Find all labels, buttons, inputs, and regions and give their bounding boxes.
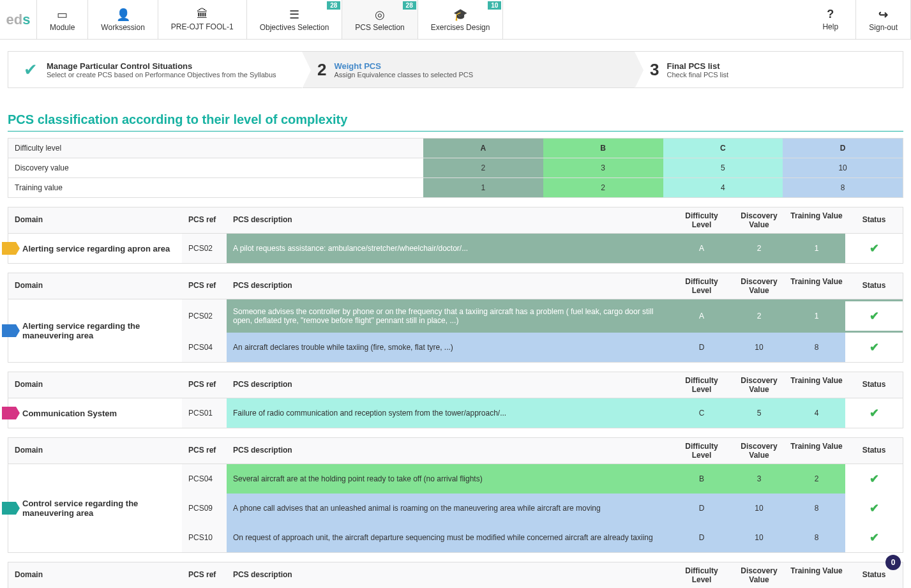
book-icon: ▭ bbox=[57, 8, 68, 22]
pcs-row[interactable]: PCS04An aircraft declares trouble while … bbox=[182, 333, 903, 362]
col-desc: PCS description bbox=[227, 438, 673, 464]
pcs-row[interactable]: PCS09A phone call advises that an unleas… bbox=[182, 494, 903, 523]
nav-label: PCS Selection bbox=[355, 23, 404, 32]
wizard-step-subtitle: Assign Equivalence classes to selected P… bbox=[334, 71, 473, 79]
col-lvl: Difficulty Level bbox=[673, 562, 730, 588]
pcs-row[interactable]: PCS02A pilot requests assistance: ambula… bbox=[182, 234, 903, 263]
nav-label: Sign-out bbox=[869, 23, 898, 32]
flag-icon bbox=[2, 324, 19, 337]
pcs-row[interactable]: PCS04Several aircraft are at the holding… bbox=[182, 464, 903, 494]
pcs-ref-cell: PCS04 bbox=[182, 464, 227, 494]
nav-label: Module bbox=[50, 23, 75, 32]
check-icon: ✔ bbox=[870, 502, 879, 515]
wizard-steps: ✔Manage Particular Control SituationsSel… bbox=[8, 51, 903, 88]
wizard-step-2[interactable]: 2Weight PCSAssign Equivalence classes to… bbox=[302, 52, 635, 87]
pcs-row[interactable]: PCS01Failure of radio communication and … bbox=[182, 398, 903, 428]
person-icon: 👤 bbox=[116, 8, 130, 22]
col-domain: Domain bbox=[8, 372, 182, 398]
pcs-status-cell: ✔ bbox=[845, 464, 903, 494]
col-dv: Discovery Value bbox=[730, 207, 788, 233]
nav-help[interactable]: ?Help bbox=[805, 0, 856, 39]
col-ref: PCS ref bbox=[182, 273, 227, 299]
col-dv: Discovery Value bbox=[730, 273, 788, 299]
pcs-domain-block: DomainPCS refPCS descriptionDifficulty L… bbox=[8, 562, 903, 588]
nav-pcs-selection[interactable]: ◎PCS Selection28 bbox=[342, 0, 418, 39]
pcs-desc-cell: Failure of radio communication and recep… bbox=[227, 401, 673, 425]
section-title-rule bbox=[8, 131, 903, 132]
pcs-discovery-cell: 3 bbox=[730, 467, 788, 491]
summary-row: Discovery value23510 bbox=[8, 158, 903, 178]
nav-sign-out[interactable]: ↪Sign-out bbox=[856, 0, 911, 39]
col-tv: Training Value bbox=[788, 438, 845, 464]
nav-badge: 28 bbox=[327, 1, 340, 10]
domain-label: Alerting service regarding apron area bbox=[22, 244, 170, 253]
summary-value-cell: 4 bbox=[663, 178, 783, 197]
pcs-discovery-cell: 10 bbox=[730, 335, 788, 359]
flag-icon bbox=[2, 407, 19, 419]
pcs-status-cell: ✔ bbox=[845, 398, 903, 428]
pcs-desc-cell: A pilot requests assistance: ambulance/s… bbox=[227, 236, 673, 260]
pcs-level-cell: B bbox=[673, 467, 730, 491]
pcs-training-cell: 8 bbox=[788, 335, 845, 359]
complexity-summary-table: Difficulty levelABCDDiscovery value23510… bbox=[8, 138, 903, 198]
pcs-discovery-cell: 10 bbox=[730, 525, 788, 550]
pcs-level-cell: D bbox=[673, 335, 730, 359]
col-domain: Domain bbox=[8, 438, 182, 464]
pcs-row[interactable]: PCS10On request of approach unit, the ai… bbox=[182, 523, 903, 552]
nav-badge: 10 bbox=[488, 1, 501, 10]
nav-badge: 28 bbox=[403, 1, 416, 10]
pcs-desc-cell: An aircraft declares trouble while taxii… bbox=[227, 335, 673, 359]
col-tv: Training Value bbox=[788, 372, 845, 398]
nav-worksession[interactable]: 👤Worksession bbox=[88, 0, 158, 39]
nav-label: PRE-OJT FOOL-1 bbox=[171, 22, 234, 31]
pcs-status-cell: ✔ bbox=[845, 494, 903, 523]
top-nav: eds ▭Module👤Worksession🏛PRE-OJT FOOL-1☰O… bbox=[0, 0, 911, 40]
pcs-discovery-cell: 10 bbox=[730, 496, 788, 520]
pcs-table-header: DomainPCS refPCS descriptionDifficulty L… bbox=[8, 372, 903, 398]
wizard-step-1[interactable]: ✔Manage Particular Control SituationsSel… bbox=[8, 52, 302, 87]
col-status: Status bbox=[845, 438, 903, 464]
check-icon: ✔ bbox=[870, 242, 879, 255]
floating-count-badge[interactable]: 0 bbox=[885, 555, 901, 570]
target-icon: ◎ bbox=[375, 8, 385, 22]
pcs-level-cell: A bbox=[673, 236, 730, 260]
pcs-training-cell: 8 bbox=[788, 496, 845, 520]
pcs-training-cell: 4 bbox=[788, 401, 845, 425]
col-domain: Domain bbox=[8, 562, 182, 588]
nav-pre-ojt-fool-1[interactable]: 🏛PRE-OJT FOOL-1 bbox=[158, 0, 247, 39]
nav-module[interactable]: ▭Module bbox=[37, 0, 88, 39]
summary-row: Training value1248 bbox=[8, 178, 903, 198]
col-domain: Domain bbox=[8, 273, 182, 299]
pcs-status-cell: ✔ bbox=[845, 301, 903, 331]
col-lvl: Difficulty Level bbox=[673, 438, 730, 464]
summary-row-label: Discovery value bbox=[8, 158, 423, 177]
col-tv: Training Value bbox=[788, 273, 845, 299]
pcs-status-cell: ✔ bbox=[845, 523, 903, 552]
pcs-table-header: DomainPCS refPCS descriptionDifficulty L… bbox=[8, 273, 903, 299]
pcs-row[interactable]: PCS02Someone advises the controller by p… bbox=[182, 299, 903, 333]
nav-objectives-selection[interactable]: ☰Objectives Selection28 bbox=[247, 0, 343, 39]
pcs-ref-cell: PCS01 bbox=[182, 398, 227, 428]
summary-value-cell: B bbox=[543, 139, 663, 158]
col-dv: Discovery Value bbox=[730, 372, 788, 398]
pcs-ref-cell: PCS04 bbox=[182, 333, 227, 362]
nav-label: Exercises Design bbox=[431, 23, 490, 32]
wizard-step-3[interactable]: 3Final PCS listCheck final PCS list bbox=[635, 52, 903, 87]
col-domain: Domain bbox=[8, 207, 182, 233]
col-desc: PCS description bbox=[227, 273, 673, 299]
nav-exercises-design[interactable]: 🎓Exercises Design10 bbox=[418, 0, 504, 39]
domain-cell: Communication System bbox=[8, 398, 182, 428]
pcs-table-header: DomainPCS refPCS descriptionDifficulty L… bbox=[8, 438, 903, 464]
domain-cell: Control service regarding the maneuverin… bbox=[8, 464, 182, 552]
summary-value-cell: 2 bbox=[543, 178, 663, 197]
pcs-training-cell: 1 bbox=[788, 236, 845, 260]
summary-value-cell: C bbox=[663, 139, 783, 158]
col-status: Status bbox=[845, 273, 903, 299]
domain-cell: Alerting service regarding apron area bbox=[8, 234, 182, 263]
check-icon: ✔ bbox=[870, 407, 879, 419]
check-icon: ✔ bbox=[870, 472, 879, 485]
summary-row-label: Difficulty level bbox=[8, 139, 423, 158]
list-icon: ☰ bbox=[289, 8, 299, 22]
col-dv: Discovery Value bbox=[730, 562, 788, 588]
check-icon: ✔ bbox=[24, 60, 38, 80]
